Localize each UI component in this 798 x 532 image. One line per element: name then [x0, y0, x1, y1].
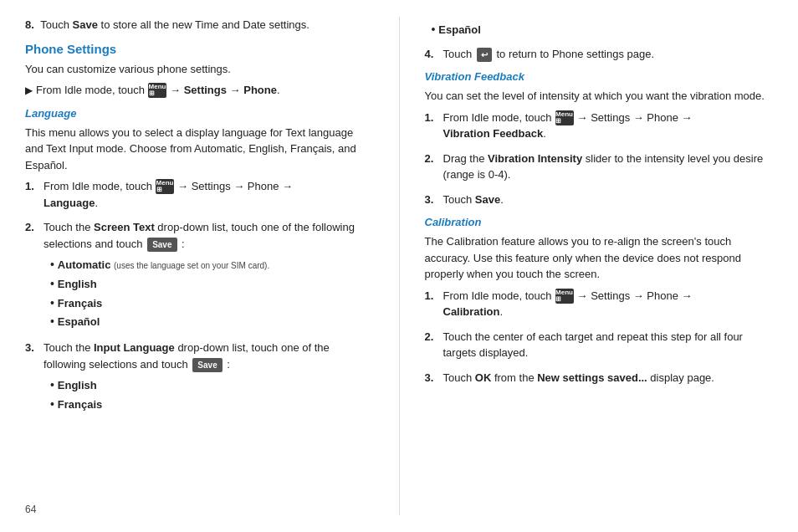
lang-step-1-content: From Idle mode, touch Menu⊞ → Settings →…	[43, 178, 374, 211]
step-4-num: 4.	[425, 46, 438, 63]
lang-step-3: 3. Touch the Input Language drop-down li…	[25, 340, 374, 414]
lang-step-2: 2. Touch the Screen Text drop-down list,…	[25, 219, 374, 331]
bullet-espanol-1: Español	[50, 312, 374, 331]
right-column: Español 4. Touch ↩ to return to Phone se…	[400, 17, 774, 515]
vib-step-3-num: 3.	[425, 192, 438, 208]
lang-menu-icon: Menu⊞	[156, 179, 174, 194]
step-8-text: Touch Save to store all the new Time and…	[40, 18, 309, 31]
bullet-francais-1: Français	[50, 294, 374, 313]
lang-step-1-text: From Idle mode, touch	[43, 178, 152, 195]
cal-menu-icon: Menu⊞	[555, 289, 574, 304]
from-idle-text: From Idle mode, touch	[36, 82, 145, 99]
step-4-text: Touch ↩ to return to Phone settings page…	[443, 48, 655, 60]
cal-step-2-content: Touch the center of each target and repe…	[443, 329, 774, 361]
arrow-settings-phone: → Settings → Phone.	[170, 82, 280, 99]
lang-step-2-text: Touch the Screen Text drop-down list, to…	[43, 221, 355, 250]
cal-step-2-text: Touch the center of each target and repe…	[443, 330, 743, 360]
cal-step-1-arrow: → Settings → Phone →	[577, 288, 693, 304]
calibration-subtitle: Calibration	[425, 216, 774, 228]
calibration-steps: 1. From Idle mode, touch Menu⊞ → Setting…	[425, 288, 774, 386]
bullet-english-2: English	[50, 376, 374, 395]
cal-step-3-content: Touch OK from the New settings saved... …	[443, 370, 774, 386]
from-idle-phone: ▶ From Idle mode, touch Menu⊞ → Settings…	[25, 82, 374, 99]
step-8-intro: 8. Touch Save to store all the new Time …	[25, 17, 374, 33]
vib-step-1-arrow: → Settings → Phone →	[577, 110, 693, 126]
step-8-number: 8.	[25, 18, 34, 31]
vib-step-1: 1. From Idle mode, touch Menu⊞ → Setting…	[425, 110, 774, 142]
save-bold: Save	[73, 18, 98, 31]
phone-settings-intro: You can customize various phone settings…	[25, 61, 374, 78]
triangle-icon: ▶	[25, 83, 33, 98]
save-btn-1[interactable]: Save	[147, 238, 176, 252]
vib-step-1-content: From Idle mode, touch Menu⊞ → Settings →…	[443, 110, 774, 142]
lang-step-3-content: Touch the Input Language drop-down list,…	[43, 340, 374, 414]
cal-step-1-text: From Idle mode, touch	[443, 288, 552, 304]
bullet-espanol-2: Español	[432, 20, 774, 39]
lang-step-1-arrow: → Settings → Phone →	[177, 178, 293, 195]
save-btn-2[interactable]: Save	[192, 358, 222, 372]
lang-step-1: 1. From Idle mode, touch Menu⊞ → Setting…	[25, 178, 374, 211]
menu-icon: Menu⊞	[148, 83, 166, 98]
lang-step-3-bullets: English Français	[43, 376, 374, 414]
calibration-intro: The Calibration feature allows you to re…	[425, 233, 774, 283]
cal-step-3: 3. Touch OK from the New settings saved.…	[425, 370, 774, 386]
step-4-list: 4. Touch ↩ to return to Phone settings p…	[425, 46, 774, 63]
back-btn[interactable]: ↩	[477, 48, 492, 62]
cal-step-1-bold: Calibration	[443, 305, 500, 318]
vib-step-2-num: 2.	[425, 151, 438, 183]
phone-settings-heading: Phone Settings	[25, 42, 374, 56]
bullet-automatic: Automatic (uses the language set on your…	[50, 255, 374, 274]
vibration-intro: You can set the level of intensity at wh…	[425, 88, 774, 105]
vib-step-2-text: Drag the Vibration Intensity slider to t…	[443, 152, 764, 182]
lang-step-2-bullets: Automatic (uses the language set on your…	[43, 255, 374, 331]
cal-step-3-num: 3.	[425, 370, 438, 386]
left-column: 8. Touch Save to store all the new Time …	[25, 17, 400, 515]
cal-step-1: 1. From Idle mode, touch Menu⊞ → Setting…	[425, 288, 774, 320]
cal-step-1-num: 1.	[425, 288, 438, 320]
language-steps: 1. From Idle mode, touch Menu⊞ → Setting…	[25, 178, 374, 414]
language-intro: This menu allows you to select a display…	[25, 125, 374, 174]
lang-step-1-bold: Language	[43, 197, 95, 209]
lang-step-3-text: Touch the Input Language drop-down list,…	[43, 341, 330, 371]
vib-step-1-text: From Idle mode, touch	[443, 110, 552, 126]
step-8-rest: to store all the new Time and Date setti…	[101, 18, 309, 31]
step-4-content: Touch ↩ to return to Phone settings page…	[443, 46, 774, 63]
lang-step-2-num: 2.	[25, 219, 38, 331]
language-subtitle: Language	[25, 107, 374, 120]
vib-step-2-content: Drag the Vibration Intensity slider to t…	[443, 151, 774, 183]
lang-step-3-num: 3.	[25, 340, 38, 414]
bullet-english-1: English	[50, 274, 374, 294]
vibration-steps: 1. From Idle mode, touch Menu⊞ → Setting…	[425, 110, 774, 208]
step-4: 4. Touch ↩ to return to Phone settings p…	[425, 46, 774, 63]
lang-step-1-num: 1.	[25, 178, 38, 211]
lang-step-2-content: Touch the Screen Text drop-down list, to…	[43, 219, 374, 331]
vib-step-3-text: Touch Save.	[443, 193, 504, 206]
vib-menu-icon: Menu⊞	[555, 110, 574, 125]
vib-step-2: 2. Drag the Vibration Intensity slider t…	[425, 151, 774, 183]
vib-step-1-num: 1.	[425, 110, 438, 142]
lang-continued-bullets: Español	[425, 20, 774, 39]
vibration-subtitle: Vibration Feedback	[425, 70, 774, 83]
cal-step-2-num: 2.	[425, 329, 438, 361]
vib-step-3: 3. Touch Save.	[425, 192, 774, 208]
page-number: 64	[25, 504, 36, 515]
cal-step-2: 2. Touch the center of each target and r…	[425, 329, 774, 361]
vib-step-3-content: Touch Save.	[443, 192, 774, 208]
cal-step-3-text: Touch OK from the New settings saved... …	[443, 371, 714, 384]
bullet-francais-2: Français	[50, 395, 374, 414]
cal-step-1-content: From Idle mode, touch Menu⊞ → Settings →…	[443, 288, 774, 320]
vib-step-1-bold: Vibration Feedback	[443, 127, 544, 140]
